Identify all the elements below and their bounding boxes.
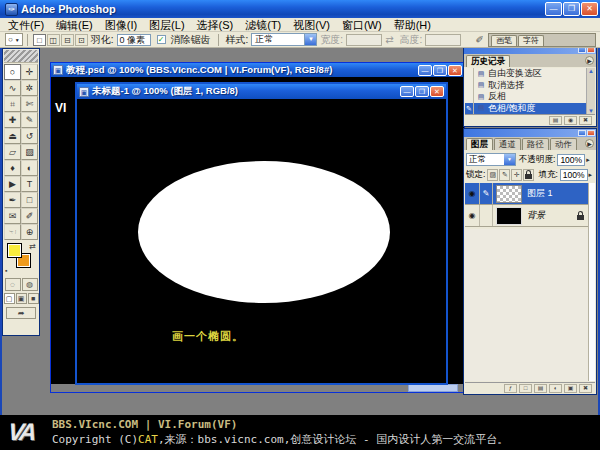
scrollbar-corner[interactable] [408, 384, 458, 392]
history-item[interactable]: ▤ 自由变换选区 [465, 68, 586, 80]
brush-preset-icon[interactable]: ✐ [476, 34, 484, 45]
minimize-button[interactable]: — [545, 2, 562, 16]
doc-minimize-button[interactable]: — [400, 86, 414, 97]
slice-tool[interactable]: ✄ [21, 96, 38, 112]
subtract-from-selection-button[interactable]: ⊟ [61, 34, 74, 46]
doc-close-button[interactable]: ✕ [448, 65, 462, 76]
lock-all-icon[interactable] [523, 169, 534, 181]
new-snapshot-button[interactable]: ◉ [564, 116, 577, 125]
visibility-eye-icon[interactable]: ◉ [465, 205, 480, 226]
palette-close-button[interactable] [587, 130, 595, 136]
adjustment-layer-button[interactable]: ◐ [549, 384, 562, 393]
swap-dimensions-icon[interactable]: ⇄ [385, 34, 393, 45]
gradient-tool[interactable]: ▨ [21, 144, 38, 160]
clone-stamp-tool[interactable]: ⏏ [4, 128, 21, 144]
document-window-front[interactable]: ▣ 未标题-1 @ 100% (图层 1, RGB/8) — ❐ ✕ 画一个椭圆… [75, 82, 448, 385]
opacity-input[interactable]: 100% [557, 154, 585, 166]
fullscreen-menubar-button[interactable]: ▣ [16, 293, 27, 304]
history-source-column[interactable] [465, 80, 474, 92]
history-item-selected[interactable]: ✎ ▤ 色相/饱和度 [465, 103, 586, 115]
document-title-bar[interactable]: ▣ 教程.psd @ 100% (BBS.VIcnc.COM | VI.Foru… [51, 63, 464, 77]
menu-image[interactable]: 图像(I) [99, 18, 143, 32]
menu-window[interactable]: 窗口(W) [336, 18, 388, 32]
menu-file[interactable]: 文件(F) [2, 18, 50, 32]
new-document-from-state-button[interactable]: ▤ [549, 116, 562, 125]
new-group-button[interactable]: ▤ [534, 384, 547, 393]
style-select[interactable]: 正常 ▼ [251, 33, 317, 46]
dodge-tool[interactable]: ◐ [21, 160, 38, 176]
blur-tool[interactable]: ♦ [4, 160, 21, 176]
antialias-checkbox[interactable]: ✓ [157, 35, 166, 44]
doc-minimize-button[interactable]: — [418, 65, 432, 76]
new-selection-button[interactable]: □ [33, 34, 46, 46]
lock-transparency-icon[interactable]: ▨ [487, 169, 498, 181]
delete-layer-button[interactable]: ✖ [579, 384, 592, 393]
history-item[interactable]: ▤ 取消选择 [465, 80, 586, 92]
intersect-selection-button[interactable]: ⊡ [75, 34, 88, 46]
document-title-bar[interactable]: ▣ 未标题-1 @ 100% (图层 1, RGB/8) — ❐ ✕ [77, 84, 446, 99]
tool-preset-picker[interactable]: ○ ▼ [5, 33, 23, 46]
doc-maximize-button[interactable]: ❐ [433, 65, 447, 76]
eraser-tool[interactable]: ▱ [4, 144, 21, 160]
menu-filter[interactable]: 滤镜(T) [239, 18, 287, 32]
feather-input[interactable]: 0 像素 [117, 34, 151, 46]
crop-tool[interactable]: ⌗ [4, 96, 21, 112]
fill-slider-icon[interactable]: ▸ [589, 171, 593, 179]
menu-view[interactable]: 视图(V) [287, 18, 336, 32]
menu-help[interactable]: 帮助(H) [388, 18, 437, 32]
lock-position-icon[interactable]: ✛ [511, 169, 522, 181]
layer-row-selected[interactable]: ◉ ✎ 图层 1 [465, 183, 588, 205]
scroll-up-icon[interactable]: ▲ [588, 68, 594, 75]
palette-minimize-button[interactable] [578, 130, 586, 136]
quick-mask-mode-button[interactable]: ◍ [22, 278, 38, 291]
blend-mode-select[interactable]: 正常 ▼ [466, 153, 516, 166]
healing-brush-tool[interactable]: ✚ [4, 112, 21, 128]
pen-tool[interactable]: ✒ [4, 192, 21, 208]
history-source-column[interactable] [465, 68, 474, 80]
tab-brushes[interactable]: 画笔 [491, 35, 517, 46]
shape-tool[interactable]: □ [21, 192, 38, 208]
layer-thumbnail[interactable] [496, 185, 522, 203]
doc-maximize-button[interactable]: ❐ [415, 86, 429, 97]
hand-tool[interactable]: ☜ [4, 224, 21, 240]
layer-mask-button[interactable]: □ [519, 384, 532, 393]
standard-screen-button[interactable]: ▢ [4, 293, 15, 304]
add-to-selection-button[interactable]: ◫ [47, 34, 60, 46]
delete-state-button[interactable]: ✖ [579, 116, 592, 125]
tab-paths[interactable]: 路径 [522, 138, 549, 150]
notes-tool[interactable]: ✉ [4, 208, 21, 224]
type-tool[interactable]: T [21, 176, 38, 192]
jump-to-imageready-button[interactable]: ➦ [6, 307, 36, 319]
zoom-tool[interactable]: ⊕ [21, 224, 38, 240]
history-brush-tool[interactable]: ↺ [21, 128, 38, 144]
menu-edit[interactable]: 编辑(E) [50, 18, 99, 32]
fullscreen-button[interactable]: ■ [28, 293, 39, 304]
opacity-slider-icon[interactable]: ▸ [586, 156, 590, 164]
menu-select[interactable]: 选择(S) [191, 18, 240, 32]
history-source-icon[interactable]: ✎ [465, 103, 474, 115]
lock-image-icon[interactable]: ✎ [499, 169, 510, 181]
swap-colors-icon[interactable]: ⇄ [29, 242, 36, 251]
tab-actions[interactable]: 动作 [550, 138, 577, 150]
layers-scrollbar[interactable] [588, 183, 595, 381]
tab-channels[interactable]: 通道 [494, 138, 521, 150]
foreground-color-swatch[interactable] [7, 243, 22, 258]
close-button[interactable]: ✕ [581, 2, 598, 16]
layer-name[interactable]: 背景 [525, 209, 577, 222]
magic-wand-tool[interactable]: ✲ [21, 80, 38, 96]
brush-tool[interactable]: ✎ [21, 112, 38, 128]
history-source-column[interactable] [465, 91, 474, 103]
palette-title-bar[interactable] [464, 129, 596, 137]
marquee-tool[interactable]: ○ [4, 64, 21, 80]
doc-close-button[interactable]: ✕ [430, 86, 444, 97]
tab-character[interactable]: 字符 [518, 35, 544, 46]
new-layer-button[interactable]: ▣ [564, 384, 577, 393]
maximize-button[interactable]: ❐ [563, 2, 580, 16]
path-selection-tool[interactable]: ▶ [4, 176, 21, 192]
move-tool[interactable]: ✛ [21, 64, 38, 80]
palette-menu-icon[interactable]: ▶ [585, 139, 594, 148]
layer-style-button[interactable]: ƒ [504, 384, 517, 393]
scrollbar-track[interactable] [51, 384, 464, 392]
fill-input[interactable]: 100% [560, 169, 588, 181]
layer-row-background[interactable]: ◉ 背景 [465, 205, 588, 227]
